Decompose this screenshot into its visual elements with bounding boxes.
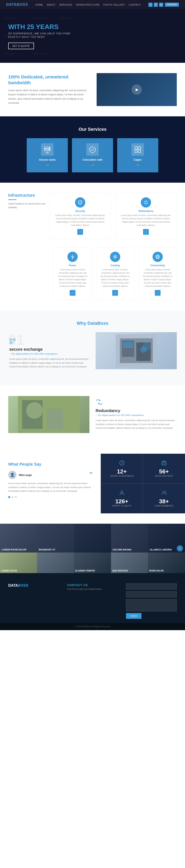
power-icon — [67, 252, 78, 262]
footer-brand: DATABOSS — [8, 583, 59, 619]
gallery-bottom-item-5[interactable]: irure dolor — [148, 553, 185, 573]
infra-header: Infrastructure Latest hardware for perfo… — [8, 193, 177, 239]
years-icon — [105, 460, 139, 467]
service-arrow-1[interactable]: → — [76, 163, 109, 167]
contact-message-input[interactable] — [126, 599, 177, 612]
infra-title-col: Infrastructure Latest hardware for perfo… — [8, 193, 49, 209]
gallery-label-5: ullamco laboris — [148, 547, 174, 553]
dot-2[interactable] — [11, 496, 13, 498]
nav-infrastructure[interactable]: INFRASTRUCTURE — [76, 3, 100, 6]
svg-rect-6 — [135, 147, 137, 149]
stat-years-label: Years in Business — [105, 475, 139, 477]
svg-rect-34 — [123, 344, 133, 346]
contact-name-input[interactable] — [126, 583, 177, 590]
infra-power-arrow[interactable]: → — [70, 290, 75, 296]
brand-logo[interactable]: DATABOSS — [6, 2, 28, 7]
why-exchange-title: secure exchange — [9, 347, 89, 352]
gallery-item-4[interactable]: dolore magna — [111, 524, 148, 553]
infrastructure-section: Infrastructure Latest hardware for perfo… — [0, 183, 185, 310]
svg-rect-46 — [162, 462, 166, 465]
gallery-next-button[interactable]: › — [177, 545, 183, 552]
team-icon — [147, 490, 181, 497]
why-exchange-body: Lorem ipsum dolor sit amet, consectetur … — [9, 357, 89, 369]
redundancy-arrows-icon — [96, 399, 177, 406]
dot-1[interactable] — [8, 496, 10, 498]
svg-point-10 — [114, 256, 116, 258]
infra-cooling-arrow[interactable]: → — [112, 290, 118, 296]
bandwidth-left: 100% Dedicated, unmetered bandwidth Lore… — [8, 74, 88, 105]
nav-services[interactable]: SERVICES — [59, 3, 72, 6]
redundancy-image — [8, 396, 89, 433]
svg-line-17 — [116, 255, 117, 256]
hero-content: WITH 25 YEARS OF EXPERIENCE, WE CAN HELP… — [8, 23, 71, 49]
gallery-bottom-item-2[interactable] — [37, 553, 74, 573]
infra-redundancy-arrow[interactable]: → — [143, 229, 149, 235]
stats-panel: 12+ Years in Business 56+ Data Centers — [101, 454, 185, 514]
gallery-bottom-item-4[interactable]: quis nostrud — [111, 553, 148, 573]
why-exchange-image — [96, 332, 177, 369]
gallery-item-3[interactable] — [74, 524, 111, 553]
gallery-item-2[interactable]: incididunt ut — [37, 524, 74, 553]
services-grid: Secure racks → Colocation safe → — [8, 138, 177, 173]
hero-section: 佳图网 jiatupic.com 佳图网 jiatupic.com 佳图网 ji… — [0, 9, 185, 63]
service-arrow-2[interactable]: → — [121, 163, 154, 167]
gallery-label-1: Lorem ipsum dolor — [0, 547, 28, 553]
bandwidth-body: Lorem ipsum dolor sit amet, consectetur … — [8, 88, 88, 105]
gallery-bottom-item-3[interactable]: elusmod tempor — [74, 553, 111, 573]
svg-line-18 — [114, 258, 114, 258]
stat-years-num: 12+ — [105, 468, 139, 475]
send-button[interactable]: SEND — [126, 613, 141, 619]
why-exchange: 01 secure exchange – The digital — [8, 332, 177, 369]
service-arrow-0[interactable]: → — [31, 163, 64, 167]
svg-rect-41 — [47, 408, 63, 429]
infra-title: Infrastructure — [8, 193, 49, 198]
stat-team-num: 38+ — [147, 498, 181, 505]
contact-email-input[interactable] — [126, 591, 177, 597]
infra-card-power-body: Lorem ipsum dolor sit amet, consectetur … — [58, 268, 87, 288]
gallery-bottom-item-1[interactable]: Consectetur — [0, 553, 37, 573]
gallery-item-1[interactable]: Lorem ipsum dolor — [0, 524, 37, 553]
facebook-icon[interactable]: f — [154, 3, 158, 7]
stat-clients-label: Happy Clients — [105, 505, 139, 507]
infra-subtitle: Latest hardware for performance and reli… — [8, 202, 49, 209]
contact-title: CONTACT US — [67, 583, 118, 587]
gallery-label-3 — [74, 549, 77, 553]
infra-card-redundancy-title: Redundancy — [119, 210, 173, 213]
linkedin-icon[interactable]: in — [159, 3, 163, 7]
testimonial-title: What People Say — [8, 462, 92, 467]
nav-contact[interactable]: CONTACT — [129, 3, 141, 6]
why-left: 01 secure exchange – The digital — [8, 333, 89, 369]
bandwidth-right — [97, 73, 177, 106]
infra-card-power: Power Lorem ipsum dolor sit amet, consec… — [53, 247, 92, 300]
nav-links: HOME ABOUT SERVICES INFRASTRUCTURE PHOTO… — [36, 3, 141, 6]
play-button[interactable] — [132, 85, 142, 95]
person-name: Mike page — [19, 473, 32, 476]
twitter-icon[interactable]: t — [148, 3, 152, 7]
video-thumbnail[interactable] — [97, 73, 177, 106]
connectivity-icon — [152, 252, 163, 262]
support-button[interactable]: SUPPORT — [165, 3, 179, 7]
nav-home[interactable]: HOME — [36, 3, 43, 6]
infra-security-arrow[interactable]: → — [77, 229, 83, 235]
stat-clients: 126+ Happy Clients — [101, 484, 143, 514]
svg-rect-35 — [123, 347, 133, 348]
infra-underline — [8, 199, 16, 200]
social-icons: t f in — [148, 3, 163, 7]
svg-rect-47 — [163, 461, 165, 462]
svg-rect-9 — [138, 150, 141, 152]
infra-connectivity-arrow[interactable]: → — [155, 290, 160, 296]
gallery-bottom-grid: Consectetur elusmod tempor quis nostrud … — [0, 553, 185, 573]
svg-rect-7 — [138, 147, 141, 149]
nav-about[interactable]: ABOUT — [47, 3, 56, 6]
testimonial-text: Lorem ipsum dolor sit amet, consectetur … — [8, 482, 92, 493]
dot-3[interactable] — [15, 496, 17, 498]
footer: DATABOSS CONTACT US Feel free to ask you… — [0, 573, 185, 623]
footer-copyright: © 2018 DataBoss. All Rights Reserved. — [0, 623, 185, 630]
stat-datacenters: 56+ Data Centers — [143, 454, 185, 484]
nav-photo-gallery[interactable]: PHOTO GALLERY — [103, 3, 125, 6]
infra-card-power-title: Power — [58, 264, 87, 267]
get-quote-button[interactable]: GET A QUOTE — [8, 43, 34, 49]
contact-subtitle: Feel free to ask your requirements — [67, 588, 118, 590]
stat-dc-label: Data Centers — [147, 475, 181, 477]
why-right — [96, 332, 177, 369]
